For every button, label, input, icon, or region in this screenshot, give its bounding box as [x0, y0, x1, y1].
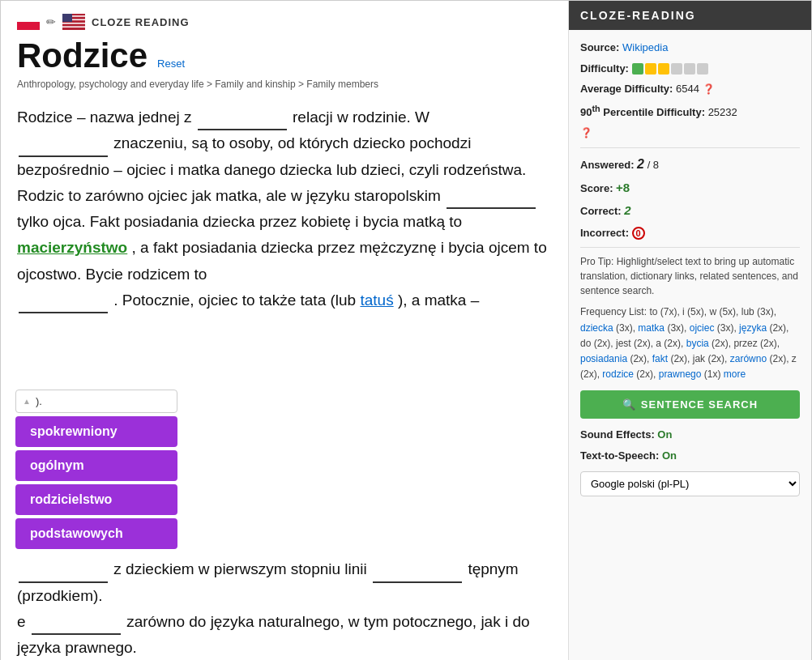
svg-rect-1 — [17, 22, 40, 30]
right-panel-header: CLOZE-READING — [569, 1, 811, 30]
breadcrumb: Anthropology, psychology and everyday li… — [17, 79, 552, 90]
source-row: Source: Wikipedia — [580, 40, 800, 56]
blank-5 — [19, 581, 108, 583]
score-row: Score: +8 — [580, 179, 800, 198]
svg-rect-7 — [62, 23, 85, 24]
dropdown-overlay: ). spokrewniony ogólnym rodzicielstwo po… — [15, 390, 177, 549]
help-icon[interactable]: ❓ — [703, 83, 715, 95]
left-panel: ✏ CLOZE READING Rodzice Reset Ant — [1, 1, 568, 660]
reset-link[interactable]: Reset — [157, 57, 185, 70]
dot-5 — [684, 63, 695, 75]
incorrect-icon: 0 — [632, 227, 645, 240]
answered-total: / 8 — [647, 159, 659, 171]
divider-1 — [580, 147, 800, 148]
difficulty-row: Difficulty: — [580, 61, 800, 77]
tts-label: Text-to-Speech: — [580, 449, 659, 462]
blank-6 — [373, 581, 462, 583]
percentile-label: 90th Percentile Difficulty: — [580, 106, 705, 118]
us-flag-icon — [62, 14, 85, 30]
frequency-list: Frequency List: to (7x), i (5x), w (5x),… — [580, 304, 800, 382]
sentence-search-button[interactable]: 🔍 SENTENCE SEARCH — [580, 390, 800, 419]
svg-rect-10 — [62, 28, 85, 30]
avg-difficulty-label: Average Difficulty: — [580, 83, 673, 95]
choice-spokrewniony[interactable]: spokrewniony — [15, 416, 177, 447]
percentile-help-icon[interactable]: ❓ — [580, 127, 592, 138]
correct-row: Correct: 2 — [580, 202, 800, 220]
macierzynstwo-link[interactable]: macierzyństwo — [17, 239, 127, 256]
correct-label: Correct: — [580, 205, 622, 217]
svg-rect-8 — [62, 24, 85, 26]
dropdown-bubble: ). — [15, 390, 177, 413]
svg-rect-9 — [62, 26, 85, 28]
dropdown-choices: spokrewniony ogólnym rodzicielstwo podst… — [15, 416, 177, 549]
freq-more-link[interactable]: more — [724, 368, 746, 380]
source-link[interactable]: Wikipedia — [622, 41, 668, 53]
search-icon: 🔍 — [622, 398, 636, 411]
percentile-row: 90th Percentile Difficulty: 25232 — [580, 102, 800, 121]
svg-rect-0 — [17, 14, 40, 22]
incorrect-label: Incorrect: — [580, 227, 629, 239]
pro-tip-text: Highlight/select text to bring up automa… — [580, 256, 798, 296]
score-label: Score: — [580, 182, 613, 194]
avg-difficulty-value: 6544 — [676, 83, 699, 95]
source-label: Source: — [580, 41, 619, 53]
percentile-value: 25232 — [708, 106, 737, 118]
choice-ogolnym[interactable]: ogólnym — [15, 450, 177, 481]
dot-2 — [645, 63, 656, 75]
edit-icon[interactable]: ✏ — [46, 15, 56, 28]
dot-6 — [697, 63, 708, 75]
blank-7 — [32, 633, 121, 635]
right-content: Source: Wikipedia Difficulty: Average Di… — [569, 30, 811, 506]
top-bar: ✏ CLOZE READING — [17, 14, 552, 30]
tatus-link[interactable]: tatuś — [360, 292, 393, 309]
answered-value: 2 — [637, 157, 644, 171]
polish-flag-icon — [17, 14, 40, 30]
pro-tip-label: Pro Tip: — [580, 256, 613, 267]
freq-label: Frequency List: — [580, 306, 647, 317]
blank-2 — [19, 155, 108, 157]
divider-2 — [580, 247, 800, 248]
right-panel: CLOZE-READING Source: Wikipedia Difficul… — [568, 1, 811, 660]
page-title: Rodzice — [17, 36, 147, 75]
tts-value[interactable]: On — [662, 449, 677, 462]
title-row: Rodzice Reset — [17, 36, 552, 75]
score-value: +8 — [616, 181, 630, 194]
tts-row: Text-to-Speech: On — [580, 448, 800, 464]
percentile-help-row: ❓ — [580, 125, 800, 141]
difficulty-dots — [632, 63, 708, 75]
article-text-cont: z dzieckiem w pierwszym stopniu linii tę… — [17, 556, 552, 660]
tts-select[interactable]: Google polski (pl-PL) — [580, 471, 800, 496]
sound-effects-value[interactable]: On — [657, 428, 672, 441]
correct-value: 2 — [624, 203, 630, 217]
blank-3 — [447, 207, 536, 209]
article-text: Rodzice – nazwa jednej z relacji w rodzi… — [17, 104, 552, 313]
choice-podstawowych[interactable]: podstawowych — [15, 518, 177, 549]
answered-label: Answered: — [580, 159, 634, 171]
cloze-reading-label: CLOZE READING — [92, 16, 190, 28]
sound-effects-label: Sound Effects: — [580, 428, 655, 441]
dot-3 — [658, 63, 669, 75]
dot-1 — [632, 63, 643, 75]
dot-4 — [671, 63, 682, 75]
sound-effects-row: Sound Effects: On — [580, 427, 800, 443]
incorrect-row: Incorrect: 0 — [580, 225, 800, 241]
answered-row: Answered: 2 / 8 — [580, 155, 800, 174]
choice-rodzicielstwo[interactable]: rodzicielstwo — [15, 484, 177, 515]
svg-rect-11 — [62, 14, 72, 22]
blank-4 — [19, 312, 108, 313]
avg-difficulty-row: Average Difficulty: 6544 ❓ — [580, 81, 800, 97]
pro-tip: Pro Tip: Highlight/select text to bring … — [580, 254, 800, 298]
sentence-search-label: SENTENCE SEARCH — [641, 398, 758, 411]
difficulty-label: Difficulty: — [580, 62, 629, 75]
